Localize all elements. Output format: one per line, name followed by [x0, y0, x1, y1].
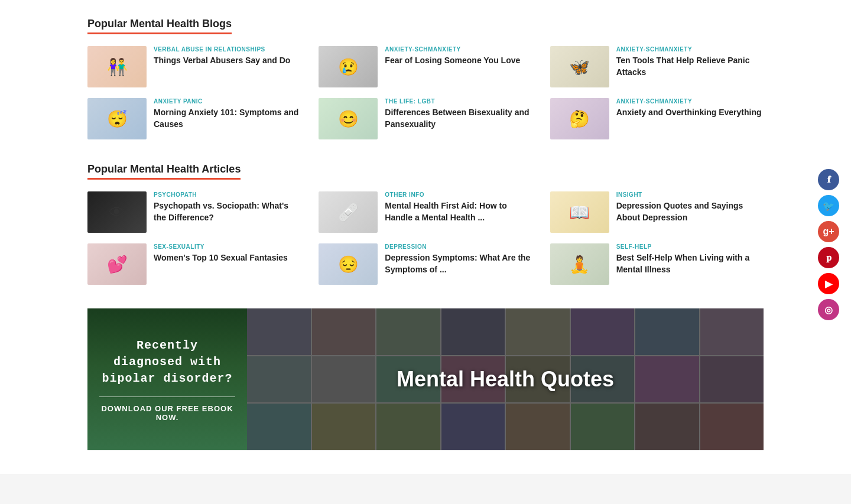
article-card-verbal-abuse[interactable]: 👫 VERBAL ABUSE IN RELATIONSHIPS Things V… — [87, 46, 301, 87]
article-card-first-aid[interactable]: 🩹 OTHER INFO Mental Health First Aid: Ho… — [319, 191, 532, 233]
article-thumb-first-aid: 🩹 — [319, 191, 378, 233]
articles-section: Popular Mental Health Articles 👁 PSYCHOP… — [87, 163, 764, 285]
article-title-morning-anxiety: Morning Anxiety 101: Symptoms and Causes — [154, 107, 301, 130]
quote-cell — [376, 404, 440, 450]
quote-cell — [247, 356, 311, 403]
quote-cell — [376, 308, 440, 355]
article-category-ten-tools: ANXIETY-SCHMANXIETY — [616, 46, 764, 53]
quotes-banner[interactable]: Mental Health Quotes — [247, 308, 764, 450]
article-card-women-sexual[interactable]: 💕 SEX-SEXUALITY Women's Top 10 Sexual Fa… — [87, 243, 301, 285]
article-card-morning-anxiety[interactable]: 😴 ANXIETY PANIC Morning Anxiety 101: Sym… — [87, 98, 301, 139]
article-title-depression-quotes: Depression Quotes and Sayings About Depr… — [616, 200, 764, 223]
article-category-differences: THE LIFE: LGBT — [385, 98, 532, 105]
article-title-depression-symptoms: Depression Symptoms: What Are the Sympto… — [385, 252, 532, 275]
quote-cell — [635, 404, 699, 450]
article-thumb-differences: 😊 — [319, 98, 378, 139]
article-card-ten-tools[interactable]: 🦋 ANXIETY-SCHMANXIETY Ten Tools That Hel… — [550, 46, 764, 87]
social-sidebar: 𝐟🐦g+𝐩▶◎ — [818, 169, 839, 320]
google-plus-icon[interactable]: g+ — [818, 221, 839, 242]
articles-section-title: Popular Mental Health Articles — [87, 163, 241, 180]
article-thumb-morning-anxiety: 😴 — [87, 98, 147, 139]
article-title-first-aid: Mental Health First Aid: How to Handle a… — [385, 200, 532, 223]
twitter-icon[interactable]: 🐦 — [818, 195, 839, 216]
quote-cell — [700, 356, 764, 403]
article-thumb-women-sexual: 💕 — [87, 243, 147, 285]
article-category-fear-losing: ANXIETY-SCHMANXIETY — [385, 46, 532, 53]
youtube-icon[interactable]: ▶ — [818, 273, 839, 294]
article-title-fear-losing: Fear of Losing Someone You Love — [385, 55, 532, 67]
quote-cell — [506, 404, 570, 450]
quote-cell — [635, 356, 699, 403]
article-title-ten-tools: Ten Tools That Help Relieve Panic Attack… — [616, 55, 764, 78]
article-category-morning-anxiety: ANXIETY PANIC — [154, 98, 301, 105]
quote-cell — [312, 404, 376, 450]
article-title-psychopath: Psychopath vs. Sociopath: What's the Dif… — [154, 200, 301, 223]
article-card-depression-symptoms[interactable]: 😔 DEPRESSION Depression Symptoms: What A… — [319, 243, 532, 285]
quote-cell — [635, 308, 699, 355]
article-thumb-depression-symptoms: 😔 — [319, 243, 378, 285]
article-title-verbal-abuse: Things Verbal Abusers Say and Do — [154, 55, 301, 67]
bipolar-cta: DOWNLOAD OUR FREE EBOOK NOW. — [99, 396, 235, 422]
article-thumb-psychopath: 👁 — [87, 191, 147, 233]
quote-cell — [506, 308, 570, 355]
article-title-anxiety-overthinking: Anxiety and Overthinking Everything — [616, 107, 764, 119]
article-category-first-aid: OTHER INFO — [385, 191, 532, 198]
quote-cell — [571, 404, 635, 450]
blogs-section-title: Popular Mental Health Blogs — [87, 18, 232, 34]
article-thumb-ten-tools: 🦋 — [550, 46, 609, 87]
article-category-women-sexual: SEX-SEXUALITY — [154, 243, 301, 250]
article-category-self-help: SELF-HELP — [616, 243, 764, 250]
article-category-verbal-abuse: VERBAL ABUSE IN RELATIONSHIPS — [154, 46, 301, 53]
article-card-differences[interactable]: 😊 THE LIFE: LGBT Differences Between Bis… — [319, 98, 532, 139]
quote-cell — [441, 404, 505, 450]
article-card-fear-losing[interactable]: 😢 ANXIETY-SCHMANXIETY Fear of Losing Som… — [319, 46, 532, 87]
instagram-icon[interactable]: ◎ — [818, 299, 839, 320]
article-card-psychopath[interactable]: 👁 PSYCHOPATH Psychopath vs. Sociopath: W… — [87, 191, 301, 233]
article-card-self-help[interactable]: 🧘 SELF-HELP Best Self-Help When Living w… — [550, 243, 764, 285]
article-thumb-fear-losing: 😢 — [319, 46, 378, 87]
quote-cell — [571, 308, 635, 355]
quote-cell — [247, 308, 311, 355]
quote-cell — [312, 308, 376, 355]
article-title-women-sexual: Women's Top 10 Sexual Fantasies — [154, 252, 301, 264]
article-thumb-anxiety-overthinking: 🤔 — [550, 98, 609, 139]
quotes-banner-title: Mental Health Quotes — [397, 367, 614, 392]
blogs-section: Popular Mental Health Blogs 👫 VERBAL ABU… — [87, 18, 764, 139]
articles-grid: 👁 PSYCHOPATH Psychopath vs. Sociopath: W… — [87, 191, 764, 285]
article-thumb-depression-quotes: 📖 — [550, 191, 609, 233]
article-category-depression-symptoms: DEPRESSION — [385, 243, 532, 250]
quote-cell — [441, 308, 505, 355]
article-title-differences: Differences Between Bisexuality and Pans… — [385, 107, 532, 130]
article-card-anxiety-overthinking[interactable]: 🤔 ANXIETY-SCHMANXIETY Anxiety and Overth… — [550, 98, 764, 139]
quote-cell — [700, 404, 764, 450]
article-category-depression-quotes: INSIGHT — [616, 191, 764, 198]
pinterest-icon[interactable]: 𝐩 — [818, 247, 839, 268]
bottom-banners: Recently diagnosed with bipolar disorder… — [87, 308, 764, 450]
article-thumb-verbal-abuse: 👫 — [87, 46, 147, 87]
article-category-psychopath: PSYCHOPATH — [154, 191, 301, 198]
article-card-depression-quotes[interactable]: 📖 INSIGHT Depression Quotes and Sayings … — [550, 191, 764, 233]
facebook-icon[interactable]: 𝐟 — [818, 169, 839, 190]
blogs-grid: 👫 VERBAL ABUSE IN RELATIONSHIPS Things V… — [87, 46, 764, 139]
article-thumb-self-help: 🧘 — [550, 243, 609, 285]
quote-cell — [700, 308, 764, 355]
bipolar-title: Recently diagnosed with bipolar disorder… — [99, 337, 235, 387]
article-title-self-help: Best Self-Help When Living with a Mental… — [616, 252, 764, 275]
bipolar-banner[interactable]: Recently diagnosed with bipolar disorder… — [87, 308, 247, 450]
quote-cell — [247, 404, 311, 450]
page-wrapper: Popular Mental Health Blogs 👫 VERBAL ABU… — [0, 0, 851, 474]
article-category-anxiety-overthinking: ANXIETY-SCHMANXIETY — [616, 98, 764, 105]
quote-cell — [312, 356, 376, 403]
